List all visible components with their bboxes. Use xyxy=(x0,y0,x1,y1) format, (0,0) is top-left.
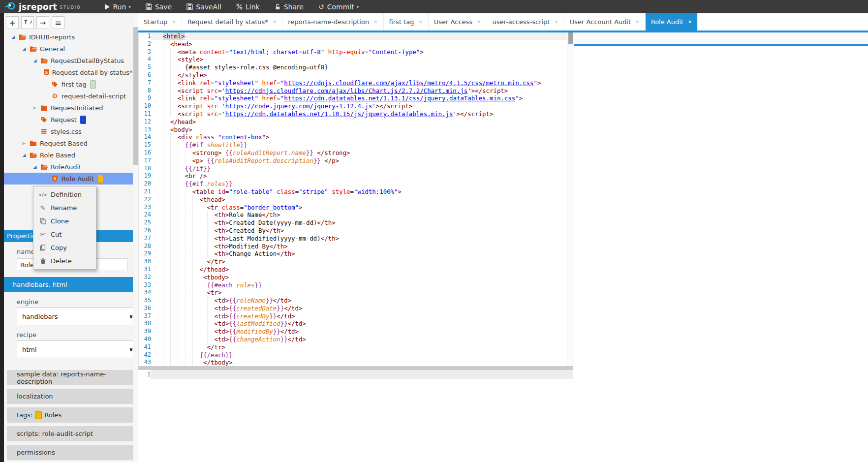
editor-scrollbar[interactable] xyxy=(567,32,574,366)
svg-text:5: 5 xyxy=(54,177,56,181)
collapsed-arrow-icon[interactable]: ▶ xyxy=(31,105,39,110)
context-menu-definition[interactable]: </>Definition xyxy=(33,188,96,201)
context-menu-rename[interactable]: ✎Rename xyxy=(33,201,96,215)
tab-close-icon[interactable]: ✕ xyxy=(688,19,692,25)
tab-close-icon[interactable]: ✕ xyxy=(273,19,277,25)
tab-request-detail-by-status-[interactable]: Request detail by status*✕ xyxy=(182,13,283,31)
tab-reports-name-description[interactable]: reports-name-description✕ xyxy=(282,13,383,31)
collapsed-arrow-icon[interactable]: ▶ xyxy=(20,141,29,146)
code-token: rel xyxy=(200,94,211,102)
menu-button[interactable]: ≡ xyxy=(52,16,64,29)
tab-close-icon[interactable]: ✕ xyxy=(635,19,639,25)
context-menu-item-label: Clone xyxy=(51,217,69,225)
code-line-content: <tbody> xyxy=(151,274,574,281)
editor-splitter[interactable] xyxy=(138,366,573,370)
line-number: 24 xyxy=(139,211,151,219)
collapse-button[interactable]: → xyxy=(36,16,49,29)
code-token: <link xyxy=(178,94,196,102)
tab-close-icon[interactable]: ✕ xyxy=(418,19,422,25)
code-token xyxy=(163,188,192,195)
tab-close-icon[interactable]: ✕ xyxy=(373,19,377,25)
code-line-content: <th>Created By</th> xyxy=(151,227,574,235)
line-number: 38 xyxy=(139,320,151,328)
expanded-arrow-icon[interactable]: ◢ xyxy=(20,153,29,157)
tree-item-request-detail-by-status-[interactable]: 5Request detail by status* xyxy=(4,66,138,78)
code-line: 35 <td>{{roleName}}</td> xyxy=(139,297,574,305)
tree-item-requestinitiated[interactable]: ▶RequestInitiated xyxy=(4,102,138,114)
line-number: 18 xyxy=(139,165,151,173)
context-menu-clone[interactable]: Clone xyxy=(33,215,96,228)
editor-scrollbar-thumb[interactable] xyxy=(568,32,573,44)
code-token: "role-table" xyxy=(229,188,273,195)
code-token: "text/html; charset=utf-8" xyxy=(229,48,324,56)
section-localization-button[interactable]: localization xyxy=(7,389,138,404)
code-token: href xyxy=(262,79,277,87)
toolbar-save-button[interactable]: Save xyxy=(146,3,172,11)
code-line: 16 <strong> {{roleAuditReport.name}} </s… xyxy=(139,149,574,157)
code-token xyxy=(163,172,185,180)
tree-item-request-detail-script[interactable]: ⚙request-detail-script xyxy=(4,90,138,102)
toolbar-run-button[interactable]: Run▾ xyxy=(104,3,130,11)
expanded-arrow-icon[interactable]: ◢ xyxy=(20,46,29,51)
section-permissions-button[interactable]: permissions xyxy=(7,445,138,460)
tree-item-first-tag[interactable]: first tag xyxy=(4,78,138,90)
context-menu-copy[interactable]: Copy xyxy=(33,241,96,254)
tree-item-requestdetailbystatus[interactable]: ◢RequestDetailByStatus xyxy=(4,55,138,66)
code-token xyxy=(163,94,178,102)
toolbar-link-button[interactable]: Link xyxy=(236,3,260,11)
copy-icon xyxy=(38,245,47,251)
code-editor[interactable]: 1<html>2 <head>3 <meta content="text/htm… xyxy=(138,32,574,366)
code-token: </tbody> xyxy=(203,359,233,366)
toolbar-button-label: Share xyxy=(284,3,304,11)
tab-close-icon[interactable]: ✕ xyxy=(554,19,558,25)
code-line: 42 {{/each}} xyxy=(139,351,574,359)
toolbar-share-button[interactable]: Share xyxy=(275,3,304,11)
sidebar-scrollbar-thumb[interactable] xyxy=(133,27,138,165)
tab-first-tag[interactable]: first tag✕ xyxy=(384,13,429,31)
tab-user-account-audit[interactable]: User Account Audit✕ xyxy=(564,13,646,31)
context-menu-delete[interactable]: Delete xyxy=(33,254,96,268)
tab-close-icon[interactable]: ✕ xyxy=(172,19,176,25)
sidebar-scrollbar[interactable] xyxy=(133,13,138,462)
tree-item-role-based[interactable]: ◢Role Based xyxy=(4,149,138,161)
template-type-label: handlebars, html xyxy=(13,281,67,288)
toolbar-commit-button[interactable]: ↺Commit▾ xyxy=(318,3,359,11)
context-menu-cut[interactable]: ✂Cut xyxy=(33,228,96,241)
toolbar-saveall-button[interactable]: SaveAll xyxy=(186,3,221,11)
tree-item-styles-css[interactable]: styles.css xyxy=(4,125,138,137)
tree-item-general[interactable]: ◢General xyxy=(4,43,138,55)
code-token: }} xyxy=(266,297,273,304)
section-scripts-role-audit-script-button[interactable]: scripts: role-audit-script xyxy=(7,426,138,441)
code-token: " xyxy=(515,94,519,102)
section-sample-data-reports-name-description-button[interactable]: sample data: reports-name-description xyxy=(7,370,138,385)
expanded-arrow-icon[interactable]: ◢ xyxy=(9,34,18,39)
tree-item-label: IDHUB-reports xyxy=(29,33,75,41)
tab-user-access[interactable]: User Access✕ xyxy=(429,13,487,31)
section-tags-button[interactable]: tags:Roles xyxy=(7,407,138,423)
tree-item-request-based[interactable]: ▶Request Based xyxy=(4,137,138,149)
code-line-content: <p> {{roleAuditReport.description}} </p> xyxy=(151,157,574,165)
template-type-bar[interactable]: handlebars, html xyxy=(4,277,133,292)
filter-button[interactable]: A xyxy=(21,16,34,29)
tree-item-roleaudit[interactable]: ◢RoleAudit xyxy=(4,161,138,173)
expanded-arrow-icon[interactable]: ◢ xyxy=(31,58,39,63)
tab-close-icon[interactable]: ✕ xyxy=(477,19,481,25)
tree-item-idhub-reports[interactable]: ◢IDHUB-reports xyxy=(4,31,138,43)
tab-startup[interactable]: Startup✕ xyxy=(138,13,182,31)
new-entity-button[interactable]: + xyxy=(6,16,19,29)
tree-item-request[interactable]: Request xyxy=(4,114,138,125)
code-line: 8 <script src='https://cdnjs.cloudflare.… xyxy=(139,87,574,95)
code-line: 25 <th>Created Date(yyyy-mm-dd)</th> xyxy=(139,219,574,227)
jsreport-logo[interactable]: jsreport STUDIO xyxy=(5,1,81,12)
recipe-select[interactable]: html ∨ xyxy=(17,340,138,358)
engine-select[interactable]: handlebars ∨ xyxy=(17,308,138,325)
code-token xyxy=(163,328,214,335)
expanded-arrow-icon[interactable]: ◢ xyxy=(31,164,39,169)
jsreport-logo-icon xyxy=(5,1,16,12)
tab-user-access-script[interactable]: user-access-script✕ xyxy=(487,13,564,31)
tab-role-audit[interactable]: Role Audit✕ xyxy=(646,13,698,31)
tag-color-swatch xyxy=(35,411,42,419)
properties-sections: sample data: reports-name-descriptionloc… xyxy=(4,370,133,460)
tree-item-role-audit[interactable]: 5Role Audit xyxy=(4,173,138,185)
helpers-editor[interactable]: 1 xyxy=(138,370,573,462)
